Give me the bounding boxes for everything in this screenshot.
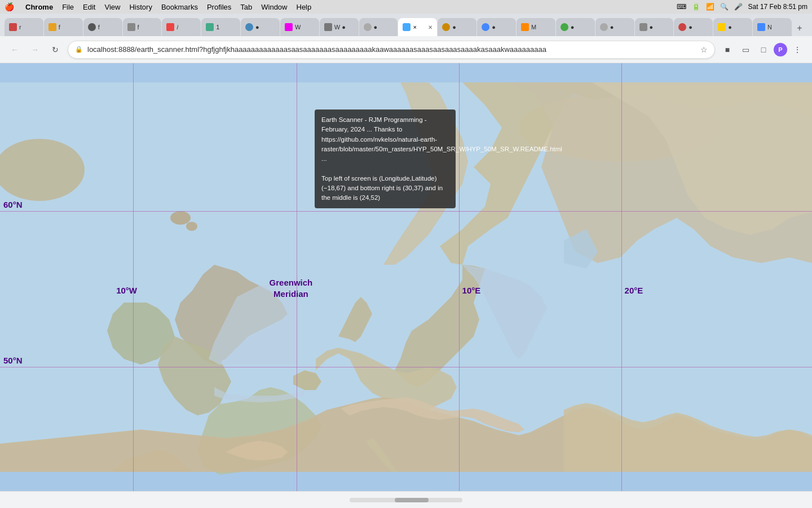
- tab-7[interactable]: ●: [241, 18, 280, 36]
- tab-15[interactable]: ●: [556, 18, 595, 36]
- menu-edit[interactable]: Edit: [83, 3, 95, 11]
- wifi-icon: 📶: [706, 3, 714, 11]
- lock-icon: 🔒: [75, 46, 83, 53]
- tooltip-line1: Earth Scanner - RJM Programming - Februa…: [321, 115, 449, 164]
- tooltip-line2: Top left of screen is (Longitude,Latitud…: [321, 174, 449, 203]
- toolbar-right: ■ ▭ □ P ⋮: [720, 42, 805, 58]
- bluetooth-icon: ⌨: [677, 3, 686, 11]
- tab-17[interactable]: ●: [635, 18, 674, 36]
- back-button[interactable]: ←: [7, 42, 23, 58]
- scrollbar-thumb[interactable]: [395, 498, 429, 502]
- tab-2[interactable]: f: [44, 18, 83, 36]
- grid-line-v-3: [459, 63, 460, 491]
- profile-avatar[interactable]: P: [774, 43, 787, 56]
- tab-13[interactable]: ●: [477, 18, 516, 36]
- menu-help[interactable]: Help: [297, 3, 312, 11]
- grid-line-v-4: [621, 63, 622, 491]
- menubar-right: ⌨ 🔋 📶 🔍 🎤 Sat 17 Feb 8:51 pm: [677, 3, 807, 11]
- siri-icon[interactable]: 🎤: [734, 3, 743, 11]
- statusbar: [0, 491, 812, 508]
- label-10e: 10°E: [462, 286, 481, 295]
- menubar: 🍎 Chrome File Edit View History Bookmark…: [0, 0, 812, 14]
- chrome-tabbar: r f f f / 1 ● W: [0, 14, 812, 36]
- map-container[interactable]: 60°N 50°N 10°W GreenwichMeridian 10°E 20…: [0, 63, 812, 491]
- menu-chrome[interactable]: Chrome: [25, 3, 53, 11]
- datetime: Sat 17 Feb 8:51 pm: [748, 3, 807, 11]
- url-text: localhost:8888/earth_scanner.html?hgfjgh…: [87, 45, 696, 54]
- horizontal-scrollbar[interactable]: [350, 498, 462, 502]
- label-greenwich: GreenwichMeridian: [270, 277, 313, 299]
- tab-6[interactable]: 1: [201, 18, 240, 36]
- grid-line-v-1: [133, 63, 134, 491]
- forward-button[interactable]: →: [27, 42, 43, 58]
- menu-tab[interactable]: Tab: [240, 3, 252, 11]
- tab-12[interactable]: ●: [438, 18, 476, 36]
- addressbar: ← → ↻ 🔒 localhost:8888/earth_scanner.htm…: [0, 36, 812, 63]
- svg-point-3: [170, 211, 191, 225]
- menu-history[interactable]: History: [129, 3, 152, 11]
- reload-button[interactable]: ↻: [47, 42, 63, 58]
- label-50n: 50°N: [3, 356, 23, 365]
- grid-line-h-2: [0, 367, 812, 367]
- menu-window[interactable]: Window: [261, 3, 287, 11]
- tab-16[interactable]: ●: [595, 18, 634, 36]
- tab-1[interactable]: r: [5, 18, 43, 36]
- battery-icon: 🔋: [692, 3, 700, 11]
- url-bar[interactable]: 🔒 localhost:8888/earth_scanner.html?hgfj…: [68, 41, 715, 59]
- screenshot-button[interactable]: □: [756, 42, 771, 58]
- label-10w: 10°W: [116, 286, 137, 295]
- tab-10[interactable]: ●: [359, 18, 398, 36]
- tab-5[interactable]: /: [162, 18, 201, 36]
- grid-line-h-1: [0, 211, 812, 212]
- menu-file[interactable]: File: [62, 3, 74, 11]
- menu-view[interactable]: View: [104, 3, 120, 11]
- new-tab-button[interactable]: +: [792, 20, 807, 36]
- label-60n: 60°N: [3, 200, 23, 209]
- extensions-button[interactable]: ■: [720, 42, 735, 58]
- tab-20[interactable]: N: [753, 18, 792, 36]
- svg-point-4: [186, 222, 197, 231]
- bookmark-star-icon[interactable]: ☆: [700, 45, 708, 54]
- tab-group: r f f f / 1 ● W: [5, 18, 792, 36]
- tab-9[interactable]: W ●: [320, 18, 359, 36]
- tab-11-active[interactable]: × ✕: [398, 18, 437, 36]
- tab-4[interactable]: f: [123, 18, 162, 36]
- tab-3[interactable]: f: [83, 18, 122, 36]
- menu-profiles[interactable]: Profiles: [207, 3, 231, 11]
- menu-bookmarks[interactable]: Bookmarks: [161, 3, 198, 11]
- tab-14[interactable]: M: [517, 18, 555, 36]
- tab-19[interactable]: ●: [713, 18, 752, 36]
- label-20e: 20°E: [625, 286, 643, 295]
- tab-8[interactable]: W: [280, 18, 319, 36]
- tab-18[interactable]: ●: [674, 18, 713, 36]
- cast-button[interactable]: ▭: [738, 42, 753, 58]
- menu-button[interactable]: ⋮: [789, 42, 805, 58]
- search-icon[interactable]: 🔍: [720, 3, 729, 11]
- info-tooltip: Earth Scanner - RJM Programming - Februa…: [315, 110, 456, 208]
- apple-menu[interactable]: 🍎: [5, 2, 14, 11]
